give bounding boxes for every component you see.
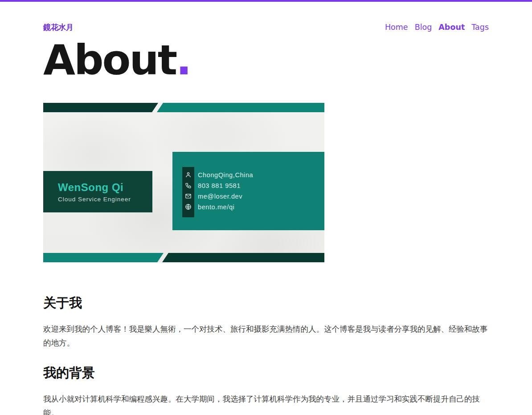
nav-tags[interactable]: Tags	[471, 23, 489, 32]
phone-icon	[185, 180, 192, 191]
nav-blog[interactable]: Blog	[415, 23, 432, 32]
card-contact-list: ChongQing,China 803 881 9581 me@loser.de…	[198, 170, 253, 212]
title-period: .	[176, 36, 190, 84]
globe-icon	[185, 201, 192, 212]
card-bottom-stripe	[43, 253, 324, 262]
main-content: About. WenSong Qi Cloud Service Engineer	[43, 40, 489, 415]
page-title: About.	[43, 40, 489, 81]
card-contact-phone: 803 881 9581	[198, 180, 253, 191]
section-paragraph-background: 我从小就对计算机科学和编程感兴趣。在大学期间，我选择了计算机科学作为我的专业，并…	[43, 392, 489, 415]
business-card-image: WenSong Qi Cloud Service Engineer	[43, 103, 324, 262]
section-heading-about-me: 关于我	[43, 294, 489, 312]
card-contact-website: bento.me/qi	[198, 202, 253, 212]
person-icon	[185, 169, 192, 180]
card-icon-strip	[182, 167, 194, 217]
site-title[interactable]: 鏡花水月	[43, 22, 74, 33]
section-about-me: 关于我 欢迎来到我的个人博客！我是樂人無術，一个对技术、旅行和摄影充满热情的人。…	[43, 294, 489, 350]
nav-home[interactable]: Home	[385, 23, 408, 32]
card-contact-location: ChongQing,China	[198, 170, 253, 180]
section-background: 我的背景 我从小就对计算机科学和编程感兴趣。在大学期间，我选择了计算机科学作为我…	[43, 364, 489, 415]
main-nav: Home Blog About Tags	[385, 23, 489, 32]
nav-about[interactable]: About	[438, 23, 465, 32]
section-heading-background: 我的背景	[43, 364, 489, 382]
site-header: 鏡花水月 Home Blog About Tags	[43, 2, 489, 33]
card-person-name: WenSong Qi	[58, 181, 152, 194]
card-contact-email: me@loser.dev	[198, 191, 253, 202]
mail-icon	[185, 191, 192, 201]
section-paragraph-about-me: 欢迎来到我的个人博客！我是樂人無術，一个对技术、旅行和摄影充满热情的人。这个博客…	[43, 322, 489, 350]
card-contact-panel: ChongQing,China 803 881 9581 me@loser.de…	[172, 152, 324, 230]
card-top-stripe	[43, 103, 324, 112]
card-person-role: Cloud Service Engineer	[58, 196, 152, 203]
card-name-box: WenSong Qi Cloud Service Engineer	[43, 171, 152, 212]
